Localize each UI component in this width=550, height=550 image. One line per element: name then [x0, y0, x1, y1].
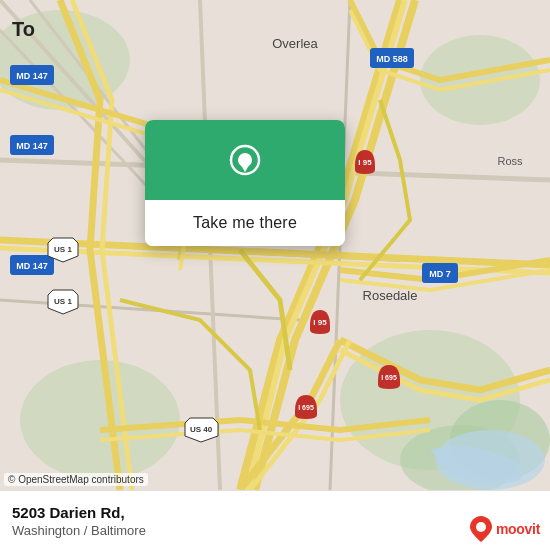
svg-point-3	[20, 360, 180, 480]
svg-point-30	[476, 522, 486, 532]
svg-text:MD 147: MD 147	[16, 141, 48, 151]
location-pin-icon	[223, 142, 267, 186]
osm-attribution: © OpenStreetMap contributors	[4, 473, 148, 486]
moovit-text: moovit	[496, 521, 540, 537]
bottom-bar: 5203 Darien Rd, Washington / Baltimore m…	[0, 490, 550, 550]
svg-text:Ross: Ross	[497, 155, 523, 167]
svg-text:I 95: I 95	[313, 318, 327, 327]
svg-text:I 95: I 95	[358, 158, 372, 167]
map-container: MD 147 MD 147 MD 147 I 95 I 95 I 695 I 6…	[0, 0, 550, 490]
svg-text:MD 588: MD 588	[376, 54, 408, 64]
svg-text:MD 7: MD 7	[429, 269, 451, 279]
moovit-logo: moovit	[470, 516, 540, 542]
svg-text:Overlea: Overlea	[272, 36, 318, 51]
svg-text:MD 147: MD 147	[16, 71, 48, 81]
svg-text:US 1: US 1	[54, 245, 72, 254]
to-label: To	[12, 18, 35, 41]
city-line: Washington / Baltimore	[12, 523, 538, 538]
svg-text:MD 147: MD 147	[16, 261, 48, 271]
svg-text:US 40: US 40	[190, 425, 213, 434]
svg-text:Rosedale: Rosedale	[363, 288, 418, 303]
popup-card: Take me there	[145, 120, 345, 246]
take-me-there-button[interactable]: Take me there	[145, 200, 345, 246]
svg-text:US 1: US 1	[54, 297, 72, 306]
svg-text:I 695: I 695	[298, 404, 314, 411]
popup-header	[145, 120, 345, 200]
moovit-pin-icon	[470, 516, 492, 542]
svg-text:I 695: I 695	[381, 374, 397, 381]
address-line: 5203 Darien Rd,	[12, 504, 538, 521]
